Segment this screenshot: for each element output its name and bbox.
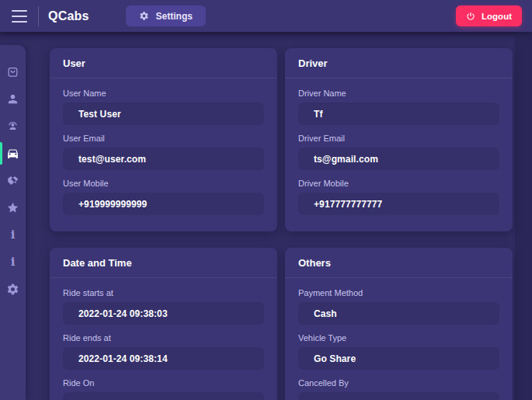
field-value: test@user.com xyxy=(63,148,264,170)
sidebar-item-drivers[interactable] xyxy=(0,113,26,140)
sidebar-item-users[interactable] xyxy=(0,85,26,113)
sidebar-item-orders[interactable] xyxy=(0,58,26,85)
field-value: 2022-01-24 09:38:14 xyxy=(63,347,264,370)
user-icon xyxy=(6,92,19,106)
field-label: Driver Mobile xyxy=(298,179,499,189)
field-value: 2022-01-24 15:06:00 xyxy=(63,392,264,400)
field-label: Ride On xyxy=(63,378,264,388)
field-label: User Mobile xyxy=(63,179,264,189)
sidebar: i i xyxy=(0,45,26,400)
card-driver: Driver Driver Name Tf Driver Email ts@gm… xyxy=(285,48,513,231)
field-driver-mobile: Driver Mobile +917777777777 xyxy=(298,179,499,215)
field-vehicle-type: Vehicle Type Go Share xyxy=(298,333,499,370)
menu-toggle-icon[interactable] xyxy=(12,10,27,23)
field-value: Test User xyxy=(63,103,264,125)
field-ride-on: Ride On 2022-01-24 15:06:00 xyxy=(63,378,264,400)
card-title: Driver xyxy=(285,48,513,78)
top-navbar: QCabs Settings Logout xyxy=(0,0,532,32)
card-title: User xyxy=(50,48,277,78)
power-icon xyxy=(466,12,475,21)
logout-button-label: Logout xyxy=(482,12,512,21)
field-value: Tf xyxy=(298,103,499,125)
sidebar-item-rides[interactable] xyxy=(0,140,26,167)
settings-button[interactable]: Settings xyxy=(126,5,206,26)
gear-icon xyxy=(139,11,149,21)
brand-logo[interactable]: QCabs xyxy=(48,9,89,23)
info-icon: i xyxy=(11,256,16,268)
sidebar-item-info-2[interactable]: i xyxy=(0,249,26,276)
handshake-icon xyxy=(6,174,19,187)
car-icon xyxy=(6,147,19,160)
navbar-divider xyxy=(38,6,39,26)
sidebar-item-info-1[interactable]: i xyxy=(0,221,26,249)
field-payment-method: Payment Method Cash xyxy=(298,288,499,325)
star-icon xyxy=(6,201,19,214)
field-label: Ride starts at xyxy=(63,288,264,298)
field-value: Go Share xyxy=(298,347,499,370)
field-ride-starts-at: Ride starts at 2022-01-24 09:38:03 xyxy=(63,288,264,325)
sidebar-item-partners[interactable] xyxy=(0,167,26,194)
field-value: 2022-01-24 09:38:03 xyxy=(63,302,264,325)
card-title: Date and Time xyxy=(50,248,277,278)
card-user: User User Name Test User User Email test… xyxy=(50,48,277,231)
field-value: Not Available xyxy=(298,392,499,400)
field-label: Ride ends at xyxy=(63,333,264,343)
field-user-name: User Name Test User xyxy=(63,89,264,125)
field-user-mobile: User Mobile +919999999999 xyxy=(63,179,264,215)
gear-icon xyxy=(6,283,19,296)
card-date-and-time: Date and Time Ride starts at 2022-01-24 … xyxy=(50,248,277,400)
field-value: Cash xyxy=(298,302,499,325)
card-others: Others Payment Method Cash Vehicle Type … xyxy=(285,248,513,400)
field-value: +917777777777 xyxy=(298,193,499,215)
card-title: Others xyxy=(285,248,513,278)
field-cancelled-by: Cancelled By Not Available xyxy=(298,378,499,400)
field-label: Payment Method xyxy=(298,288,499,298)
field-driver-email: Driver Email ts@gmail.com xyxy=(298,134,499,170)
logout-button[interactable]: Logout xyxy=(456,5,522,26)
sidebar-item-settings[interactable] xyxy=(0,276,26,303)
field-driver-name: Driver Name Tf xyxy=(298,89,499,125)
field-label: User Email xyxy=(63,134,264,144)
field-label: Driver Name xyxy=(298,89,499,99)
field-label: User Name xyxy=(63,89,264,99)
field-ride-ends-at: Ride ends at 2022-01-24 09:38:14 xyxy=(63,333,264,370)
field-label: Driver Email xyxy=(298,134,499,144)
field-label: Cancelled By xyxy=(298,378,499,388)
field-label: Vehicle Type xyxy=(298,333,499,343)
field-value: ts@gmail.com xyxy=(298,148,499,170)
bag-icon xyxy=(6,65,19,78)
ride-details-grid: User User Name Test User User Email test… xyxy=(50,48,513,400)
field-user-email: User Email test@user.com xyxy=(63,134,264,170)
driver-icon xyxy=(6,120,19,133)
settings-button-label: Settings xyxy=(156,11,193,22)
sidebar-item-ratings[interactable] xyxy=(0,194,26,221)
field-value: +919999999999 xyxy=(63,193,264,215)
info-icon: i xyxy=(11,229,16,241)
